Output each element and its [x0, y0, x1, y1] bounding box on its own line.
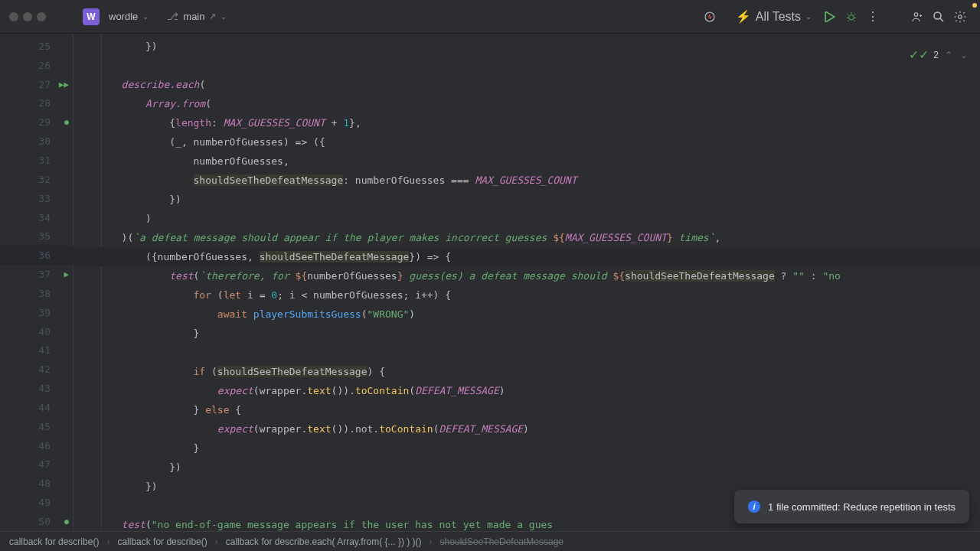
- code-text: ): [409, 308, 415, 320]
- line-number[interactable]: 49: [0, 493, 74, 512]
- chevron-down-icon: ⌄: [220, 12, 227, 21]
- line-number[interactable]: 42: [0, 360, 74, 379]
- line-number[interactable]: 33: [0, 189, 74, 208]
- gutter[interactable]: 25 26 27▶▶ 28 29● 30 31 32 33 34 35 36💡 …: [0, 34, 74, 531]
- code-text: toContain: [355, 385, 409, 396]
- code-text: Array: [74, 98, 175, 109]
- code-text: shouldSeeTheDefeatMessage: [625, 270, 775, 282]
- main-toolbar: W wordle ⌄ ⎇ main ↗ ⌄ ⚡ All Tests ⌄ ⋮: [0, 0, 980, 34]
- line-number[interactable]: 29●: [0, 112, 74, 132]
- vcs-change-icon[interactable]: ●: [64, 517, 69, 526]
- code-text: .each: [169, 79, 199, 90]
- push-icon: ↗: [209, 11, 216, 21]
- project-selector[interactable]: W wordle ⌄: [77, 5, 155, 28]
- code-text: (: [433, 423, 439, 435]
- svg-point-3: [934, 12, 941, 19]
- line-number[interactable]: 46: [0, 436, 74, 455]
- run-config-name: All Tests: [756, 10, 801, 24]
- branch-selector[interactable]: ⎇ main ↗ ⌄: [161, 8, 233, 25]
- search-icon[interactable]: [928, 6, 949, 28]
- code-text: ${: [553, 232, 565, 243]
- code-text: 1: [343, 117, 349, 129]
- code-text: ${: [612, 270, 625, 282]
- window-controls[interactable]: [9, 12, 46, 21]
- chevron-down-icon: ⌄: [142, 12, 149, 21]
- run-test-icon[interactable]: ▶: [64, 269, 69, 279]
- code-text: },: [349, 117, 361, 129]
- line-number[interactable]: 31: [0, 151, 74, 170]
- line-number[interactable]: 41: [0, 341, 74, 360]
- run-config-selector[interactable]: ⚡ All Tests ⌄: [728, 6, 819, 27]
- next-highlight-icon[interactable]: ⌄: [959, 50, 969, 60]
- code-text: numberOfGuesses: [307, 270, 397, 282]
- line-number[interactable]: 44: [0, 398, 74, 417]
- inspection-hints[interactable]: ✓✓ 2 ⌃ ⌄: [909, 47, 969, 62]
- breadcrumb-item[interactable]: callback for describe.each( Array.from( …: [226, 536, 422, 547]
- svg-point-1: [849, 15, 854, 20]
- hint-count: 2: [933, 50, 939, 60]
- code-text: playerSubmitsGuess: [253, 308, 361, 320]
- minimize-window[interactable]: [23, 12, 32, 21]
- line-number[interactable]: 28: [0, 94, 74, 113]
- line-number[interactable]: 26: [0, 56, 74, 75]
- line-number[interactable]: 40: [0, 322, 74, 341]
- close-window[interactable]: [9, 12, 18, 21]
- line-number[interactable]: 36💡: [0, 246, 74, 265]
- line-number[interactable]: 34: [0, 208, 74, 227]
- breadcrumb-item[interactable]: callback for describe(): [9, 536, 99, 547]
- branch-name: main: [183, 11, 204, 22]
- code-text: text: [307, 423, 331, 435]
- code-text: : numberOfGuesses ===: [343, 174, 475, 186]
- code-text: ): [499, 385, 505, 396]
- code-text: ): [74, 213, 152, 224]
- line-number[interactable]: 48: [0, 474, 74, 493]
- breadcrumb-item[interactable]: shouldSeeTheDefeatMessage: [440, 536, 564, 547]
- maximize-window[interactable]: [37, 12, 46, 21]
- code-text: describe: [74, 79, 169, 90]
- code-text: :: [805, 270, 822, 282]
- code-text: expect: [74, 385, 253, 396]
- chevron-down-icon: ⌄: [805, 12, 812, 21]
- prev-highlight-icon[interactable]: ⌃: [943, 50, 954, 60]
- code-text: `therefore, for: [199, 270, 295, 282]
- code-text: (: [205, 366, 217, 377]
- code-text: ({numberOfGuesses,: [74, 251, 260, 262]
- line-number[interactable]: 45: [0, 417, 74, 436]
- code-text: ; i < numberOfGuesses; i++) {: [277, 289, 451, 301]
- ai-icon[interactable]: [699, 6, 720, 28]
- code-text: "no end-of-game message appears if the u…: [152, 519, 553, 530]
- line-number[interactable]: 47: [0, 455, 74, 474]
- line-number[interactable]: 50●: [0, 512, 74, 531]
- code-text: "": [792, 270, 805, 282]
- line-number[interactable]: 27▶▶: [0, 75, 74, 94]
- code-text: `a defeat message should appear if the p…: [133, 232, 553, 243]
- line-number[interactable]: 43: [0, 379, 74, 398]
- more-icon[interactable]: ⋮: [862, 6, 884, 28]
- settings-icon[interactable]: [949, 6, 971, 28]
- line-number[interactable]: 32: [0, 170, 74, 189]
- line-number[interactable]: 25: [0, 37, 74, 56]
- line-number[interactable]: 35: [0, 227, 74, 246]
- code-text: }): [74, 41, 158, 52]
- code-text: ?: [775, 270, 792, 282]
- line-number[interactable]: 39: [0, 303, 74, 322]
- line-number[interactable]: 38: [0, 284, 74, 303]
- lightning-icon: ⚡: [736, 9, 751, 24]
- vcs-change-icon[interactable]: ●: [64, 118, 69, 126]
- code-text: toContain: [379, 423, 433, 435]
- code-with-me-icon[interactable]: [906, 6, 928, 28]
- breadcrumb-item[interactable]: callback for describe(): [117, 536, 207, 547]
- run-test-icon[interactable]: ▶▶: [59, 80, 69, 90]
- code-text: (wrapper.: [253, 385, 307, 396]
- commit-notification[interactable]: i 1 file committed: Reduce repetition in…: [734, 490, 969, 523]
- code-text: }): [74, 461, 181, 473]
- run-button[interactable]: [819, 6, 841, 28]
- line-number[interactable]: 30: [0, 132, 74, 151]
- svg-point-4: [959, 15, 962, 18]
- debug-button[interactable]: [841, 6, 862, 28]
- line-number[interactable]: 37▶: [0, 265, 74, 284]
- code-content[interactable]: }) describe.each( Array.from( {length: M…: [74, 34, 980, 531]
- code-text: let: [224, 289, 241, 301]
- code-text: (: [205, 98, 211, 109]
- chevron-right-icon: ›: [106, 536, 109, 547]
